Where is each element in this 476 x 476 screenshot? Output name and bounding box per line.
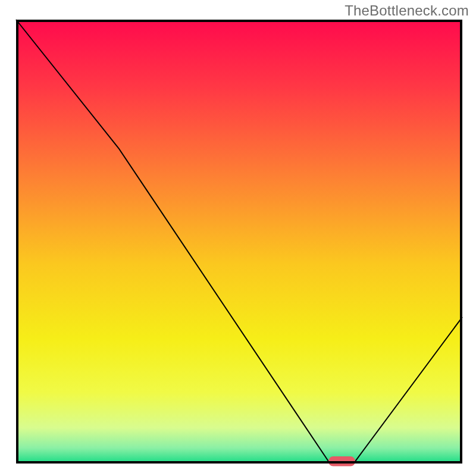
gradient-background (16, 20, 462, 464)
chart-svg (0, 0, 476, 476)
chart-canvas: TheBottleneck.com (0, 0, 476, 476)
